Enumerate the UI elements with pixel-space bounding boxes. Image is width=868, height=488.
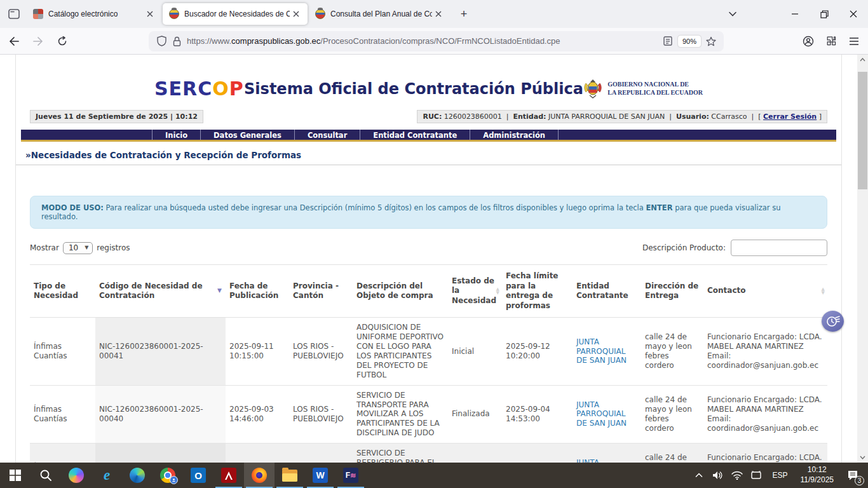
window-restore-button[interactable] [810,0,839,28]
tab-consulta-plan-anual[interactable]: Consulta del Plan Anual de Con [309,3,450,25]
tab-buscador-necesidades[interactable]: Buscador de Necesidades de Co [163,3,308,25]
file-explorer-icon[interactable] [275,463,305,488]
sercop-logo: SERCOP [154,78,244,100]
firefox-icon[interactable] [244,463,275,488]
table-row: Ínfimas Cuantías NIC-1260023860001-2025-… [30,385,827,443]
sort-both-icon: ▲▼ [822,287,825,295]
shield-icon[interactable] [154,34,169,49]
copilot-icon[interactable] [61,463,92,488]
back-icon[interactable] [4,31,24,51]
acrobat-icon[interactable] [214,463,244,488]
table-row: Ínfimas Cuantías NIC-1260023860001-2025-… [30,444,827,463]
ecuador-coat-of-arms-icon [583,78,602,100]
tab-close-icon[interactable] [290,8,302,20]
tab-title: Catálogo electrónico [48,10,144,18]
scroll-up-icon[interactable] [857,55,868,65]
entity-link[interactable]: JUNTA PARROQUIAL DE SAN JUAN [576,458,627,463]
product-description-input[interactable] [731,240,827,256]
windows-taskbar: e O W F≋ [0,463,868,488]
nav-item-datos-generales[interactable]: Datos Generales [201,130,295,140]
taskbar-search-icon[interactable] [31,463,61,488]
tray-date: 11/9/2025 [801,475,834,485]
col-estado-necesidad[interactable]: Estado de la Necesidad▲▼ [448,265,502,318]
window-close-button[interactable] [839,0,868,28]
start-button[interactable] [0,463,31,488]
menu-hamburger-icon[interactable] [844,31,864,51]
new-tab-button[interactable]: + [454,4,473,24]
product-description-label: Descripción Producto: [642,243,726,252]
col-tipo-necesidad[interactable]: Tipo de Necesidad [30,265,95,318]
tab-close-icon[interactable] [144,8,156,20]
chrome-profile-badge-icon [170,476,178,484]
logout-link[interactable]: Cerrar Sesión [763,112,817,121]
nav-item-inicio[interactable]: Inicio [152,130,201,140]
col-entidad-contratante[interactable]: Entidad Contratante [573,265,641,318]
window-minimize-button[interactable] [780,0,810,28]
zoom-level-button[interactable]: 90% [678,36,701,47]
lock-icon[interactable] [169,34,184,49]
browser-tabstrip: Catálogo electrónico Buscador de Necesid… [0,0,868,28]
firefox-view-icon[interactable] [6,6,22,22]
reader-mode-icon[interactable] [660,34,675,49]
chrome-icon[interactable] [153,463,183,488]
page-viewport: SERCOP Sistema Oficial de Contratación P… [0,55,857,463]
government-logo-text: GOBIERNO NACIONAL DE LA REPUBLICA DEL EC… [607,81,703,97]
language-indicator[interactable]: ESP [767,471,792,480]
bookmark-star-icon[interactable] [703,34,719,49]
tray-time: 10:12 [801,465,834,475]
col-provincia-canton[interactable]: Provincia - Cantón [289,265,353,318]
col-contacto[interactable]: Contacto▲▼ [703,265,827,318]
site-header: SERCOP Sistema Oficial de Contratación P… [16,55,841,100]
wifi-icon[interactable] [729,464,745,487]
edge-icon[interactable] [122,463,153,488]
reload-icon[interactable] [52,31,72,51]
account-icon[interactable] [798,31,818,51]
col-fecha-publicacion[interactable]: Fecha de Publicación [226,265,289,318]
scroll-down-icon[interactable] [857,452,868,463]
volume-icon[interactable] [710,464,726,487]
extensions-puzzle-icon[interactable] [821,31,841,51]
col-fecha-limite[interactable]: Fecha límite para la entrega de proforma… [502,265,573,318]
page-size-select[interactable]: 10▼ [63,242,93,254]
session-info-box: RUC: 1260023860001 | Entidad: JUNTA PARR… [417,110,827,123]
table-row: Ínfimas Cuantías NIC-1260023860001-2025-… [30,318,827,385]
entity-link[interactable]: JUNTA PARROQUIAL DE SAN JUAN [576,400,627,428]
page-title: Sistema Oficial de Contratación Pública [244,80,584,98]
tab-title: Consulta del Plan Anual de Con [330,10,432,18]
internet-explorer-icon[interactable]: e [92,463,122,488]
col-direccion-entrega[interactable]: Dirección de Entrega [641,265,703,318]
notification-center-icon[interactable]: 3 [841,464,864,487]
tab-catalogo-electronico[interactable]: Catálogo electrónico [27,3,161,25]
outlook-icon[interactable]: O [183,463,214,488]
url-text[interactable]: https://www.compraspublicas.gob.ec/Proce… [187,36,660,46]
address-bar[interactable]: https://www.compraspublicas.gob.ec/Proce… [149,31,724,51]
vertical-scrollbar[interactable] [857,55,868,463]
floating-clock-widget[interactable] [822,311,844,332]
records-label: registros [97,243,130,252]
browser-toolbar: https://www.compraspublicas.gob.ec/Proce… [0,28,868,55]
usage-info-box: MODO DE USO: Para realizar una búsqueda … [30,196,827,229]
forward-icon[interactable] [28,31,48,51]
meet-now-icon[interactable] [748,464,764,487]
nav-item-consultar[interactable]: Consultar [295,130,360,140]
date-time-box: Jueves 11 de Septiembre de 2025 | 10:12 [30,110,203,123]
word-icon[interactable]: W [305,463,336,488]
table-header-row: Tipo de Necesidad Código de Necesidad de… [30,265,827,318]
col-descripcion-objeto[interactable]: Descripción del Objeto de compra [353,265,448,318]
scrollbar-thumb[interactable] [858,72,867,189]
list-all-tabs-icon[interactable] [723,4,742,24]
section-heading: »Necesidades de Contratación y Recepción… [16,150,841,165]
entity-link[interactable]: JUNTA PARROQUIAL DE SAN JUAN [576,337,627,365]
sort-desc-icon: ▼ [217,287,222,295]
site-container: SERCOP Sistema Oficial de Contratación P… [15,55,842,463]
tab-close-icon[interactable] [432,8,445,20]
col-codigo-necesidad[interactable]: Código de Necesidad de Contratación▼ [95,265,226,318]
main-navigation: Inicio Datos Generales Consultar Entidad… [21,130,836,142]
clock-widget[interactable]: 10:12 11/9/2025 [796,465,839,485]
notification-count-badge: 3 [855,476,864,485]
tray-chevron-up-icon[interactable] [691,464,707,487]
fs-app-icon[interactable]: F≋ [336,463,366,488]
nav-item-entidad-contratante[interactable]: Entidad Contratante [360,130,470,140]
results-table: Tipo de Necesidad Código de Necesidad de… [30,264,827,463]
nav-item-administracion[interactable]: Administración [470,130,559,140]
